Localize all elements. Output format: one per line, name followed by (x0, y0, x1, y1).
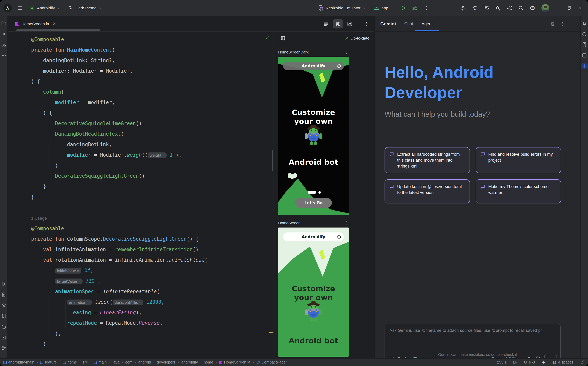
code-line[interactable]: repeatMode = RepeatMode.Reverse, (31, 318, 266, 328)
code-line[interactable]: modifier: Modifier = Modifier, (31, 66, 266, 76)
breadcrumb-item[interactable]: androidify (181, 360, 198, 365)
device-manager-tool-icon[interactable] (0, 313, 7, 319)
preview-kebab-icon[interactable] (345, 221, 349, 225)
preview-homescreen[interactable]: Androidify Customize your own (278, 228, 349, 357)
run-tool-icon[interactable] (0, 281, 7, 287)
preview-layout-icon[interactable] (279, 34, 288, 43)
code-line[interactable]: animationSpec = infiniteRepeatable( (31, 286, 266, 297)
profiler-tool-icon[interactable] (581, 31, 588, 37)
version-control-tool-icon[interactable] (0, 345, 7, 351)
more-run-options-icon[interactable] (422, 4, 431, 12)
breadcrumb-item[interactable]: developers (157, 360, 176, 365)
notifications-bell-icon[interactable] (581, 20, 588, 27)
inspections-ok-icon[interactable] (265, 35, 270, 40)
code-line[interactable]: modifier = Modifier.weight(weight = 1f), (31, 150, 266, 160)
code-line[interactable]: 1 Usage (31, 213, 266, 223)
warning-stripe-mark[interactable] (269, 332, 273, 333)
code-line[interactable]: ), (31, 328, 266, 339)
file-encoding[interactable]: UTF-8 (524, 360, 535, 365)
gradle-sync-icon[interactable] (505, 4, 514, 12)
vcs-branch-selector[interactable]: DarkTheme (66, 4, 105, 12)
main-menu-burger-icon[interactable] (16, 4, 24, 12)
profiler-lines-icon[interactable] (482, 4, 491, 12)
caret-position[interactable]: 255:1 (497, 360, 507, 365)
code-line[interactable]: ) { (31, 108, 266, 118)
code-line[interactable]: Column( (31, 87, 266, 97)
gemini-suggestion-card[interactable]: Make my Theme's color scheme warmer (476, 179, 561, 203)
gemini-tool-icon[interactable] (581, 63, 588, 69)
gemini-suggestion-card[interactable]: Extract all hardcoded strings from this … (385, 147, 470, 173)
window-close-button[interactable] (576, 4, 585, 12)
code-line[interactable]: private fun MainHomeContent( (31, 45, 266, 55)
run-button[interactable] (399, 4, 408, 12)
code-line[interactable]: DecorativeSquiggleLightGreen() (31, 171, 266, 181)
gemini-status-icon[interactable] (541, 360, 546, 365)
code-line[interactable]: animation = tween(durationMillis = 12000… (31, 297, 266, 307)
breadcrumb-item[interactable]: android (138, 360, 151, 365)
editor-tab-homescreen[interactable]: HomeScreen.kt ✕ (11, 16, 59, 31)
layout-inspector-tool-icon[interactable] (581, 52, 588, 59)
code-line[interactable]: ) { (31, 76, 266, 87)
project-tool-icon[interactable] (0, 20, 7, 27)
code-line[interactable]: @Composable (31, 34, 266, 45)
design-view-icon[interactable] (345, 19, 355, 29)
project-selector[interactable]: Androidify (27, 4, 63, 12)
breadcrumb-item[interactable]: HomeScreen.kt (219, 360, 250, 365)
gemini-options-kebab-icon[interactable] (560, 22, 565, 26)
line-ending[interactable]: LF (513, 360, 518, 365)
tab-chat[interactable]: Chat (404, 16, 413, 31)
breadcrumb-item[interactable]: com (125, 360, 133, 365)
run-configuration-selector[interactable]: app (371, 4, 396, 12)
breadcrumb-item[interactable]: feature (40, 360, 57, 365)
more-tool-windows-icon[interactable] (0, 52, 7, 59)
structure-tool-icon[interactable] (0, 41, 7, 48)
tab-agent[interactable]: Agent (422, 16, 433, 31)
code-line[interactable]: targetValue = 720f, (31, 276, 266, 286)
terminal-tool-icon[interactable] (0, 334, 7, 341)
code-line[interactable]: modifier = modifier, (31, 97, 266, 108)
code-line[interactable]: } (31, 181, 266, 192)
code-line[interactable]: ) (31, 339, 266, 349)
code-line[interactable]: dancingBotLink: String?, (31, 55, 266, 66)
code-line[interactable]: DancingBotHeadlineText( (31, 129, 266, 139)
preview-homescreendark[interactable]: Androidify Customize your own (278, 57, 349, 215)
refresh-a-icon[interactable]: A (471, 4, 480, 12)
breadcrumb-item[interactable]: src (83, 360, 88, 365)
build-hammer-icon[interactable] (459, 4, 468, 12)
breadcrumb-item[interactable]: java (113, 360, 120, 365)
editor-options-kebab-icon[interactable] (362, 19, 372, 29)
breadcrumb-item[interactable]: main (94, 360, 107, 365)
code-view-icon[interactable] (321, 19, 331, 29)
code-line[interactable]: val infiniteAnimation = rememberInfinite… (31, 244, 266, 255)
preview-sync-status[interactable]: Up-to-date (344, 36, 369, 40)
delete-conversation-icon[interactable] (550, 21, 555, 26)
breadcrumb-item[interactable]: CompactPager (256, 360, 287, 365)
write-access-unlock-icon[interactable] (580, 360, 585, 365)
code-editor[interactable]: @Composableprivate fun MainHomeContent(d… (8, 31, 274, 358)
code-line[interactable]: @Composable (31, 223, 266, 234)
split-view-icon[interactable] (333, 19, 343, 29)
breadcrumb-item[interactable]: home (63, 360, 77, 365)
breadcrumb-item[interactable]: home (204, 360, 213, 365)
gemini-suggestion-card[interactable]: Update kotlin in @libs.version.toml to t… (385, 179, 470, 203)
commit-tool-icon[interactable] (0, 31, 7, 37)
code-line[interactable]: dancingBotLink, (31, 139, 266, 150)
attach-debugger-icon[interactable] (494, 4, 502, 12)
device-explorer-tool-icon[interactable] (581, 41, 588, 48)
problems-tool-icon[interactable] (0, 324, 7, 330)
code-line[interactable]: private fun ColumnScope.DecorativeSquigg… (31, 234, 266, 244)
window-minimize-button[interactable] (554, 4, 562, 12)
build-variants-tool-icon[interactable] (0, 302, 7, 309)
editor-horizontal-scrollbar[interactable] (16, 30, 100, 31)
breadcrumb-item[interactable]: androidify-main (3, 360, 34, 365)
user-avatar[interactable] (541, 4, 550, 12)
code-line[interactable]: val rotationAnimation = infiniteAnimatio… (31, 255, 266, 265)
editor-vertical-scrollbar[interactable] (272, 150, 273, 171)
window-restore-button[interactable] (565, 4, 573, 12)
gemini-suggestion-card[interactable]: Find and resolve build errors in my proj… (476, 147, 561, 173)
search-everywhere-icon[interactable] (517, 4, 525, 12)
settings-gear-icon[interactable]: ⚙ (528, 4, 537, 12)
code-line[interactable]: } (31, 192, 266, 202)
preview-kebab-icon[interactable] (345, 50, 349, 54)
code-line[interactable]: initialValue = 0f, (31, 265, 266, 276)
